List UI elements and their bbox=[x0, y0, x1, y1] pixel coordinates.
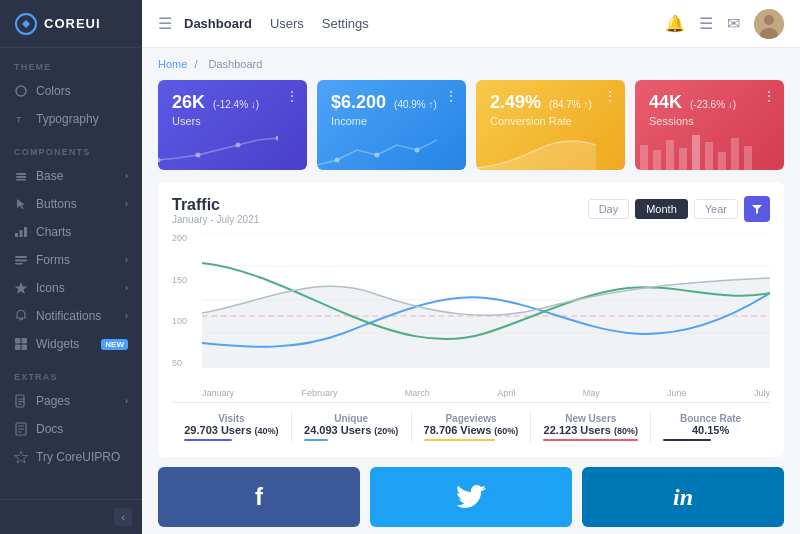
users-label: Users bbox=[172, 115, 293, 127]
stat-menu-income[interactable]: ⋮ bbox=[444, 88, 458, 104]
sidebar-item-buttons[interactable]: Buttons › bbox=[0, 190, 142, 218]
mail-icon[interactable]: ✉ bbox=[727, 14, 740, 33]
svg-rect-38 bbox=[744, 146, 752, 170]
income-change: (40.9% ↑) bbox=[394, 99, 437, 110]
sidebar-item-typography[interactable]: T Typography bbox=[0, 105, 142, 133]
chart-xaxis: January February March April May June Ju… bbox=[202, 388, 770, 398]
conversion-change: (84.7% ↑) bbox=[549, 99, 592, 110]
stat-card-income: ⋮ $6.200 (40.9% ↑) Income bbox=[317, 80, 466, 170]
yaxis-50: 50 bbox=[172, 358, 196, 368]
sidebar-item-colors[interactable]: Colors bbox=[0, 77, 142, 105]
traffic-section: Traffic January - July 2021 Day Month Ye… bbox=[158, 182, 784, 457]
conversion-label: Conversion Rate bbox=[490, 115, 611, 127]
doc-icon bbox=[14, 422, 28, 436]
collapse-button[interactable]: ‹ bbox=[114, 508, 132, 526]
content-area: Home / Dashboard ⋮ 26K (-12.4% ↓) Users bbox=[142, 48, 800, 534]
breadcrumb-separator: / bbox=[194, 58, 200, 70]
breadcrumb-current: Dashboard bbox=[209, 58, 263, 70]
sidebar-item-icons[interactable]: Icons › bbox=[0, 274, 142, 302]
svg-rect-36 bbox=[718, 152, 726, 170]
new-users-bar bbox=[543, 439, 638, 441]
pages-label: Pages bbox=[36, 394, 125, 408]
income-value: $6.200 bbox=[331, 92, 386, 113]
pages-chevron: › bbox=[125, 396, 128, 406]
icons-label: Icons bbox=[36, 281, 125, 295]
hamburger-icon[interactable]: ☰ bbox=[158, 14, 172, 33]
stats-bottom: Visits 29.703 Users (40%) Unique 24.093 … bbox=[172, 402, 770, 443]
bounce-label: Bounce Rate bbox=[651, 413, 770, 424]
svg-rect-14 bbox=[22, 338, 28, 344]
svg-rect-13 bbox=[15, 338, 21, 344]
header-nav: Dashboard Users Settings bbox=[184, 16, 665, 31]
stat-card-users: ⋮ 26K (-12.4% ↓) Users bbox=[158, 80, 307, 170]
svg-rect-8 bbox=[24, 227, 27, 237]
btn-month[interactable]: Month bbox=[635, 199, 688, 219]
sidebar-item-charts[interactable]: Charts bbox=[0, 218, 142, 246]
sidebar-item-widgets[interactable]: Widgets NEW bbox=[0, 330, 142, 358]
social-facebook[interactable]: f bbox=[158, 467, 360, 527]
sidebar-item-base[interactable]: Base › bbox=[0, 162, 142, 190]
logo-text: COREUI bbox=[44, 16, 101, 31]
sidebar-item-try-pro[interactable]: Try CoreUIPRO bbox=[0, 443, 142, 471]
yaxis-100: 100 bbox=[172, 316, 196, 326]
twitter-icon bbox=[456, 485, 486, 510]
svg-marker-19 bbox=[15, 451, 28, 463]
svg-rect-10 bbox=[15, 260, 27, 262]
bounce-bar bbox=[663, 439, 711, 441]
unique-value: 24.093 Users (20%) bbox=[292, 424, 411, 436]
nav-dashboard[interactable]: Dashboard bbox=[184, 16, 252, 31]
social-twitter[interactable] bbox=[370, 467, 572, 527]
logo-icon bbox=[14, 12, 38, 36]
conversion-value: 2.49% bbox=[490, 92, 541, 113]
stat-menu-sessions[interactable]: ⋮ bbox=[762, 88, 776, 104]
btn-day[interactable]: Day bbox=[588, 199, 630, 219]
base-label: Base bbox=[36, 169, 125, 183]
svg-rect-3 bbox=[16, 173, 26, 175]
sidebar-item-docs[interactable]: Docs bbox=[0, 415, 142, 443]
breadcrumb-home[interactable]: Home bbox=[158, 58, 187, 70]
sidebar-collapse[interactable]: ‹ bbox=[0, 499, 142, 534]
breadcrumb: Home / Dashboard bbox=[158, 58, 784, 70]
svg-point-29 bbox=[415, 148, 420, 153]
docs-label: Docs bbox=[36, 422, 128, 436]
stat-menu-users[interactable]: ⋮ bbox=[285, 88, 299, 104]
traffic-subtitle: January - July 2021 bbox=[172, 214, 588, 225]
notification-icon[interactable]: 🔔 bbox=[665, 14, 685, 33]
pageviews-label: Pageviews bbox=[412, 413, 531, 424]
users-change: (-12.4% ↓) bbox=[213, 99, 259, 110]
svg-point-24 bbox=[196, 153, 201, 158]
header-icons: 🔔 ☰ ✉ bbox=[665, 9, 784, 39]
users-chart bbox=[158, 130, 278, 170]
svg-rect-15 bbox=[15, 345, 21, 351]
avatar[interactable] bbox=[754, 9, 784, 39]
sidebar-item-forms[interactable]: Forms › bbox=[0, 246, 142, 274]
forms-chevron: › bbox=[125, 255, 128, 265]
visits-label: Visits bbox=[172, 413, 291, 424]
circle-icon bbox=[14, 84, 28, 98]
stat-card-conversion: ⋮ 2.49% (84.7% ↑) Conversion Rate bbox=[476, 80, 625, 170]
sidebar-item-notifications[interactable]: Notifications › bbox=[0, 302, 142, 330]
list-icon[interactable]: ☰ bbox=[699, 14, 713, 33]
nav-settings[interactable]: Settings bbox=[322, 16, 369, 31]
sidebar-logo[interactable]: COREUI bbox=[0, 0, 142, 48]
forms-label: Forms bbox=[36, 253, 125, 267]
social-linkedin[interactable]: in bbox=[582, 467, 784, 527]
pageviews-bar bbox=[424, 439, 495, 441]
sidebar-item-pages[interactable]: Pages › bbox=[0, 387, 142, 415]
stat-menu-conversion[interactable]: ⋮ bbox=[603, 88, 617, 104]
traffic-filter-button[interactable] bbox=[744, 196, 770, 222]
traffic-chart-svg bbox=[202, 233, 770, 368]
btn-year[interactable]: Year bbox=[694, 199, 738, 219]
income-chart bbox=[317, 130, 437, 170]
xaxis-jul: July bbox=[754, 388, 770, 398]
chart-icon bbox=[14, 225, 28, 239]
text-icon: T bbox=[14, 112, 28, 126]
nav-users[interactable]: Users bbox=[270, 16, 304, 31]
chart-yaxis: 200 150 100 50 bbox=[172, 233, 200, 368]
svg-rect-34 bbox=[692, 135, 700, 170]
chart-container: 200 150 100 50 bbox=[172, 233, 770, 398]
svg-rect-37 bbox=[731, 138, 739, 170]
traffic-title: Traffic bbox=[172, 196, 588, 214]
sessions-chart bbox=[635, 130, 755, 170]
stat-card-sessions: ⋮ 44K (-23.6% ↓) Sessions bbox=[635, 80, 784, 170]
